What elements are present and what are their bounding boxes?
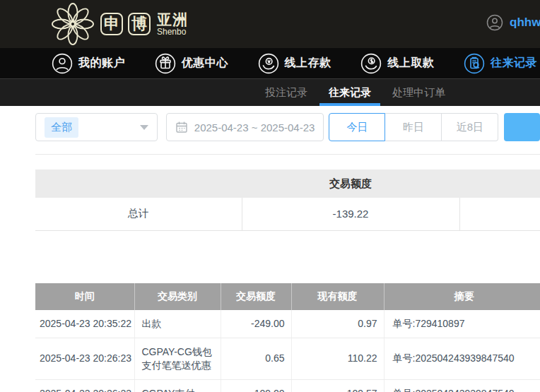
table-row: 2025-04-23 20:26:23 CGPAY-CG钱包支付笔笔送优惠 0.…: [35, 338, 540, 379]
gift-icon: [155, 53, 176, 74]
cell-summary: 单号:202504243939847540: [384, 338, 540, 379]
transaction-type-select[interactable]: 全部: [35, 113, 158, 141]
cell-balance: 109.57: [291, 379, 384, 392]
summary-header-amount: 交易额度: [242, 170, 459, 198]
column-header-amount: 交易额度: [221, 283, 291, 310]
cell-type: CGPAY支付: [134, 379, 221, 392]
cell-amount: 109.00: [221, 379, 291, 392]
records-table: 时间 交易类别 交易额度 现有额度 摘要 2025-04-23 20:35:22…: [35, 283, 540, 392]
records-icon: [464, 53, 485, 74]
summary-total-row: 总计 -139.22: [35, 198, 540, 230]
main-nav: 我的账户 优惠中心 线上存款 线上取款: [0, 48, 540, 79]
cell-time: 2025-04-23 20:26:23: [35, 338, 134, 379]
user-menu[interactable]: qhhw: [486, 14, 540, 31]
table-row: 2025-04-23 20:35:22 出款 -249.00 0.97 单号:7…: [35, 310, 540, 338]
nav-label: 线上存款: [285, 56, 331, 71]
last-8-days-button[interactable]: 近8日: [442, 113, 498, 141]
column-header-balance: 现有额度: [291, 283, 384, 310]
tab-label: 处理中订单: [392, 86, 445, 100]
cell-type: 出款: [134, 310, 221, 338]
flower-logo-icon: [51, 3, 95, 45]
tab-processing-orders[interactable]: 处理中订单: [382, 79, 456, 106]
main-content: 全部 2025-04-23 ~ 2025-04-23 今日 昨日 近8日 交易额…: [0, 113, 540, 392]
top-brand-bar: 申 博 亚洲 Shenbo qhhw: [0, 0, 540, 48]
cell-balance: 110.22: [291, 338, 384, 379]
nav-label: 往来记录: [491, 56, 537, 71]
tab-betting-records[interactable]: 投注记录: [254, 79, 318, 106]
deposit-icon: [258, 53, 279, 74]
column-header-type: 交易类别: [134, 283, 221, 310]
brand-char-shen: 申: [100, 13, 123, 35]
brand-region: 亚洲: [157, 12, 188, 28]
selected-type-tag: 全部: [45, 117, 78, 138]
quick-date-button-group: 今日 昨日 近8日: [329, 113, 498, 141]
nav-item-promotions[interactable]: 优惠中心: [155, 53, 228, 74]
summary-empty-cell: [459, 198, 540, 230]
user-avatar-icon: [486, 14, 503, 31]
summary-header-spacer: [35, 170, 242, 198]
account-icon: [52, 53, 73, 74]
filter-row: 全部 2025-04-23 ~ 2025-04-23 今日 昨日 近8日: [35, 113, 540, 141]
cell-summary: 单号:202504243939847540: [384, 379, 540, 392]
date-range-input[interactable]: 2025-04-23 ~ 2025-04-23: [166, 113, 324, 141]
nav-item-deposit[interactable]: 线上存款: [258, 53, 331, 74]
summary-table: 交易额度 总计 -139.22: [35, 170, 540, 231]
summary-total-label: 总计: [35, 198, 242, 230]
tab-label: 投注记录: [265, 86, 307, 100]
cell-amount: 0.65: [221, 338, 291, 379]
nav-label: 优惠中心: [182, 56, 228, 71]
brand-subtitle: Shenbo: [157, 28, 188, 37]
yesterday-button[interactable]: 昨日: [385, 113, 442, 141]
withdraw-icon: [360, 53, 382, 74]
username: qhhw: [510, 16, 540, 30]
column-header-time: 时间: [35, 283, 134, 310]
date-range-value: 2025-04-23 ~ 2025-04-23: [194, 121, 315, 133]
cell-time: 2025-04-23 20:35:22: [35, 310, 134, 338]
nav-item-withdraw[interactable]: 线上取款: [360, 53, 434, 74]
cell-type: CGPAY-CG钱包支付笔笔送优惠: [134, 338, 221, 379]
column-header-summary: 摘要: [384, 283, 540, 310]
summary-total-value: -139.22: [242, 198, 459, 230]
brand-logo: 申 博 亚洲 Shenbo: [51, 3, 188, 45]
summary-header-row: 交易额度: [35, 170, 540, 198]
chevron-down-icon: [140, 125, 148, 130]
tab-transaction-records[interactable]: 往来记录: [318, 79, 382, 106]
nav-label: 线上取款: [387, 56, 434, 71]
nav-item-my-account[interactable]: 我的账户: [52, 53, 125, 74]
section-divider: [35, 154, 540, 155]
nav-label: 我的账户: [78, 56, 125, 71]
cell-time: 2025-04-23 20:26:23: [35, 379, 134, 392]
cell-summary: 单号:729410897: [384, 310, 540, 338]
search-button[interactable]: [504, 113, 540, 141]
today-button[interactable]: 今日: [329, 113, 385, 141]
cell-balance: 0.97: [291, 310, 384, 338]
tab-label: 往来记录: [329, 86, 371, 100]
cell-amount: -249.00: [221, 310, 291, 338]
nav-item-transaction-records[interactable]: 往来记录: [464, 53, 537, 74]
sub-tab-bar: 投注记录 往来记录 处理中订单: [0, 79, 540, 106]
calendar-icon: [175, 121, 188, 133]
table-row: 2025-04-23 20:26:23 CGPAY支付 109.00 109.5…: [35, 379, 540, 392]
summary-header-spacer: [459, 170, 540, 198]
records-header-row: 时间 交易类别 交易额度 现有额度 摘要: [35, 283, 540, 310]
brand-char-bo: 博: [128, 13, 151, 35]
active-tab-underline: [319, 103, 380, 106]
